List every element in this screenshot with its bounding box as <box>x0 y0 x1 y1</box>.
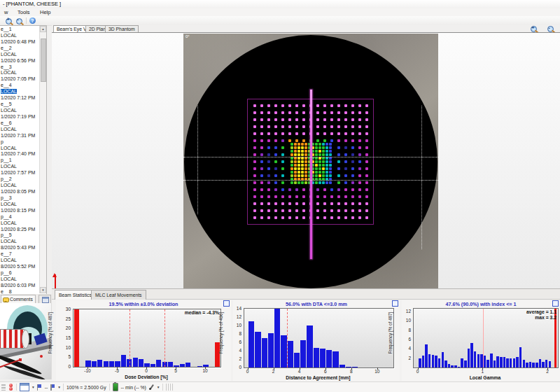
list-item[interactable]: p__5 <box>0 232 39 239</box>
histogram-bar <box>85 360 90 367</box>
zoom-in-icon[interactable]: + <box>6 18 12 24</box>
detector-dot <box>302 111 305 114</box>
list-item[interactable]: p__1 <box>0 158 39 164</box>
list-item[interactable]: 1/2020 8:15 PM <box>0 208 39 214</box>
probe-tool-icon[interactable] <box>149 384 155 391</box>
list-item[interactable]: 1/2020 6:56 PM <box>0 58 39 64</box>
view-zoom-in-icon[interactable]: + <box>531 26 537 32</box>
detector-beads-icon[interactable] <box>8 384 13 391</box>
list-item[interactable]: e__1 <box>0 27 39 33</box>
detector-dot <box>326 181 328 184</box>
detector-dot <box>281 111 284 114</box>
list-item[interactable]: e__5 <box>0 102 39 108</box>
menu-help[interactable]: Help <box>38 8 52 16</box>
isodose-flag-icon-1[interactable] <box>37 384 42 391</box>
list-item[interactable]: 1/2020 8:25 PM <box>0 227 39 233</box>
detector-dot <box>302 104 305 107</box>
detector-dot <box>281 146 284 149</box>
detector-dot <box>294 150 297 153</box>
list-item[interactable]: 8/2020 5:43 PM <box>0 245 39 251</box>
list-item[interactable]: LOCAL <box>0 89 39 95</box>
list-item[interactable]: e__2 <box>0 46 39 52</box>
list-item-label: LOCAL <box>1 33 17 38</box>
beams-eye-view-canvas[interactable]: 0° <box>52 32 560 289</box>
list-item[interactable]: e__4 <box>0 83 39 89</box>
detector-dot <box>344 202 347 205</box>
list-item[interactable]: LOCAL <box>0 276 39 283</box>
detector-dot <box>330 188 333 191</box>
list-item[interactable]: LOCAL <box>0 239 39 245</box>
list-item[interactable]: LOCAL <box>0 146 39 152</box>
histogram-bar <box>274 309 280 368</box>
scroll-down-button[interactable]: ▼ <box>40 287 46 293</box>
time-remaining-value: -- min (-- %) <box>121 385 146 390</box>
chevron-down-icon-3[interactable]: ▾ <box>158 385 160 389</box>
expand-icon[interactable] <box>392 300 398 307</box>
detector-dot <box>358 153 361 156</box>
list-item[interactable]: 1/2020 7:12 PM <box>0 95 39 102</box>
list-item[interactable]: 1/2020 7:57 PM <box>0 170 39 176</box>
list-item[interactable]: p__3 <box>0 195 39 202</box>
tab-beam-statistics[interactable]: Beam Statistics <box>55 290 96 300</box>
detector-dot <box>329 160 332 163</box>
list-item[interactable]: 1/2020 7:19 PM <box>0 114 39 120</box>
list-item[interactable]: LOCAL <box>0 52 39 58</box>
list-item[interactable]: LOCAL <box>0 220 39 227</box>
y-axis-label: Frequency [% of 487] <box>388 319 393 354</box>
expand-icon[interactable] <box>552 300 559 307</box>
list-item[interactable]: p__6 <box>0 270 39 276</box>
chevron-down-icon[interactable]: ▾ <box>32 385 34 389</box>
detector-dot <box>322 174 325 177</box>
detector-dot <box>329 164 332 167</box>
scrollbar-thumb[interactable] <box>41 38 46 82</box>
list-item[interactable]: 8/2020 6:03 PM <box>0 283 39 289</box>
zoom-out-icon[interactable]: - <box>16 18 22 24</box>
list-item[interactable]: 1/2020 6:48 PM <box>0 39 39 46</box>
menu-view[interactable]: w <box>2 8 10 16</box>
list-item[interactable]: 1/2020 7:40 PM <box>0 151 39 158</box>
list-item[interactable]: LOCAL <box>0 183 39 189</box>
detector-dot <box>274 209 277 212</box>
list-item-label: LOCAL <box>1 276 17 281</box>
tab-mlc-leaf-movements[interactable]: MLC Leaf Movements <box>91 290 146 300</box>
detector-dot <box>253 160 256 163</box>
list-item[interactable]: 1/2020 8:05 PM <box>0 189 39 195</box>
detector-dot <box>253 153 256 156</box>
list-item[interactable]: 1/2020 7:31 PM <box>0 133 39 139</box>
sidebar-scrollbar[interactable]: ▲ ▼ <box>39 26 46 293</box>
detector-dot <box>260 132 263 135</box>
list-item[interactable]: p <box>0 139 39 146</box>
chevron-down-icon-2[interactable]: ▾ <box>58 385 60 389</box>
tab-3d-phantom[interactable]: 3D Phantom <box>105 25 139 32</box>
list-item[interactable]: e__8 <box>0 289 39 294</box>
list-item[interactable]: LOCAL <box>0 108 39 114</box>
list-item[interactable]: e__6 <box>0 120 39 127</box>
list-item[interactable]: p__4 <box>0 214 39 220</box>
detector-dot <box>329 146 332 149</box>
help-icon[interactable]: ? <box>29 18 36 24</box>
list-item[interactable]: LOCAL <box>0 202 39 208</box>
list-item[interactable]: LOCAL <box>0 258 39 264</box>
scroll-up-button[interactable]: ▲ <box>40 26 46 32</box>
list-item[interactable]: LOCAL <box>0 70 39 76</box>
view-zoom-out-icon[interactable]: - <box>547 26 554 32</box>
menu-tools[interactable]: Tools <box>15 8 32 16</box>
expand-icon[interactable] <box>223 300 230 307</box>
detector-dot <box>316 125 319 128</box>
list-item[interactable]: e__7 <box>0 251 39 258</box>
list-item[interactable]: e__3 <box>0 64 39 71</box>
detector-dot <box>281 188 284 191</box>
detector-dot <box>337 111 340 114</box>
list-item[interactable]: LOCAL <box>0 33 39 39</box>
isodose-flag-icon-2[interactable] <box>50 384 55 391</box>
detector-dot <box>351 167 354 170</box>
detector-dot <box>260 118 263 121</box>
detector-dot <box>318 167 321 170</box>
detector-dot <box>253 167 256 170</box>
list-item[interactable]: p__2 <box>0 176 39 183</box>
list-item[interactable]: 1/2020 7:05 PM <box>0 76 39 83</box>
list-item[interactable]: LOCAL <box>0 127 39 133</box>
list-item[interactable]: LOCAL <box>0 164 39 170</box>
display-mode-icon[interactable] <box>20 383 29 391</box>
list-item[interactable]: 8/2020 5:52 PM <box>0 264 39 270</box>
